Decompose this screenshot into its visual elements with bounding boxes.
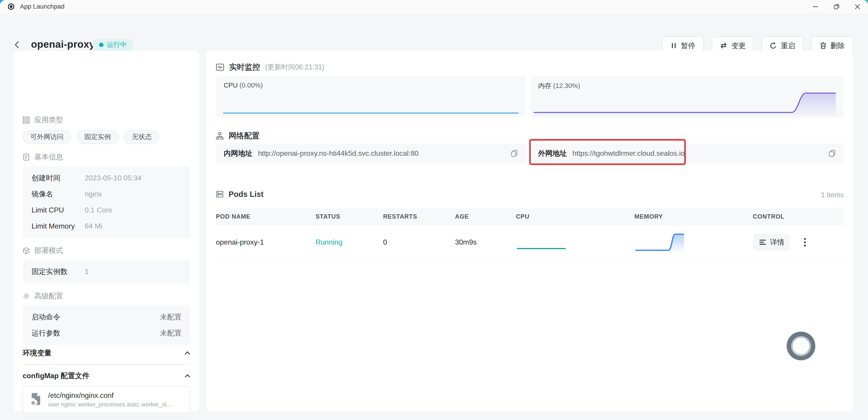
pods-table-header: POD NAME STATUS RESTARTS AGE CPU MEMORY … — [216, 208, 844, 226]
monitor-section-title: 实时监控 (更新时间06:21:31) — [216, 62, 324, 72]
app-window: App Launchpad openai-proxy 运行中 — [0, 0, 868, 420]
app-logo-icon — [7, 3, 15, 10]
advanced-panel: 启动命令未配置 运行参数未配置 — [23, 305, 190, 345]
internal-address-row: 内网地址 http://openai-proxy.ns-hti44k5d.svc… — [216, 143, 526, 163]
minimize-button[interactable] — [805, 0, 826, 13]
env-vars-collapse[interactable]: 环境变量 — [23, 348, 190, 358]
pod-cpu-sparkline — [516, 232, 567, 251]
info-row: Limit Memory64 Mi — [32, 218, 182, 234]
pod-detail-button[interactable]: 详情 — [753, 234, 791, 250]
pods-list-section-title: Pods List — [216, 190, 264, 199]
swap-arrows-icon — [720, 42, 727, 49]
pod-cpu-cell — [516, 232, 634, 252]
network-section-title: 网络配置 — [216, 131, 259, 141]
config-file-preview: user nginx; worker_processes auto; worke… — [48, 401, 173, 408]
cpu-chart: CPU (0.00%) — [216, 76, 526, 118]
memory-chart: 内存 (12.30%) — [530, 76, 844, 118]
close-button[interactable] — [847, 0, 868, 13]
pod-restarts: 0 — [383, 238, 455, 246]
title-bar: App Launchpad — [0, 0, 868, 13]
info-row: Limit CPU0.1 Core — [32, 202, 182, 218]
app-type-section-title: 应用类型 — [23, 115, 190, 125]
copy-icon[interactable] — [828, 149, 836, 157]
internal-address-label: 内网地址 — [223, 149, 252, 158]
config-file-name: /etc/nginx/nginx.conf — [48, 391, 173, 400]
page-header: openai-proxy 运行中 暂停 变更 重启 — [0, 13, 868, 51]
detail-lines-icon — [759, 239, 766, 245]
advanced-section-title: 高级配置 — [23, 291, 190, 301]
gear-icon — [23, 293, 30, 300]
divider — [23, 364, 190, 365]
pod-memory-cell — [634, 230, 753, 254]
status-badge: 运行中 — [92, 39, 133, 51]
pods-list-icon — [216, 190, 223, 198]
pod-age: 30m9s — [455, 238, 516, 246]
badge-fixed-instance: 固定实例 — [76, 130, 119, 144]
pulse-chart-icon — [216, 63, 224, 71]
badge-stateless: 无状态 — [124, 130, 159, 144]
app-type-badges: 可外网访问 固定实例 无状态 — [23, 130, 190, 144]
pod-control-cell: 详情 — [753, 234, 844, 250]
info-row: 镜像名nginx — [32, 186, 182, 202]
restore-button[interactable] — [826, 0, 847, 13]
deploy-mode-section-title: 部署模式 — [23, 246, 190, 256]
pod-table-row: openai-proxy-1 Running 0 30m9s — [216, 226, 844, 260]
configmap-collapse[interactable]: configMap 配置文件 — [23, 371, 190, 381]
basic-info-section-title: 基本信息 — [23, 152, 190, 162]
memory-sparkline — [530, 76, 844, 118]
grid-icon — [23, 116, 30, 124]
badge-external-access: 可外网访问 — [23, 130, 71, 144]
app-info-panel: 应用类型 可外网访问 固定实例 无状态 基本信息 创建时间2023-05-10 … — [14, 51, 199, 411]
back-button[interactable] — [12, 40, 22, 50]
basic-info-panel: 创建时间2023-05-10 05:34 镜像名nginx Limit CPU0… — [23, 166, 190, 238]
trash-icon — [820, 42, 827, 49]
copy-icon[interactable] — [510, 149, 518, 157]
file-gear-icon — [30, 392, 42, 407]
page-title: openai-proxy — [31, 39, 95, 50]
external-address-row: 外网地址 https://tgohwtdlrmer.cloud.sealos.i… — [530, 143, 844, 163]
pod-memory-sparkline — [634, 230, 685, 252]
configmap-file-item[interactable]: /etc/nginx/nginx.conf user nginx; worker… — [23, 386, 190, 413]
external-address-label: 外网地址 — [538, 149, 567, 158]
pod-name: openai-proxy-1 — [216, 238, 315, 246]
click-indicator — [786, 332, 815, 360]
cpu-sparkline — [216, 76, 526, 118]
internal-address-url: http://openai-proxy.ns-hti44k5d.svc.clus… — [258, 149, 418, 157]
window-title: App Launchpad — [20, 3, 64, 10]
network-icon — [216, 132, 223, 140]
deploy-mode-panel: 固定实例数1 — [23, 260, 190, 283]
pause-icon — [671, 42, 677, 49]
pods-count: 1 Items — [821, 191, 844, 199]
info-row: 创建时间2023-05-10 05:34 — [32, 170, 182, 186]
info-row: 固定实例数1 — [32, 264, 182, 280]
pod-more-menu-button[interactable] — [802, 236, 808, 249]
status-dot-icon — [99, 43, 103, 47]
status-label: 运行中 — [107, 40, 127, 49]
info-row: 运行参数未配置 — [32, 325, 182, 341]
external-address-url[interactable]: https://tgohwtdlrmer.cloud.sealos.io — [572, 149, 685, 157]
pod-status: Running — [315, 238, 383, 246]
chevron-up-icon — [184, 351, 191, 355]
info-row: 启动命令未配置 — [32, 309, 182, 325]
app-detail-panel: 实时监控 (更新时间06:21:31) CPU (0.00%) 内存 (12.3… — [206, 51, 853, 411]
restart-icon — [770, 42, 777, 49]
divider — [23, 417, 190, 417]
cube-icon — [23, 247, 30, 254]
chevron-up-icon — [184, 374, 191, 378]
document-icon — [23, 153, 30, 161]
